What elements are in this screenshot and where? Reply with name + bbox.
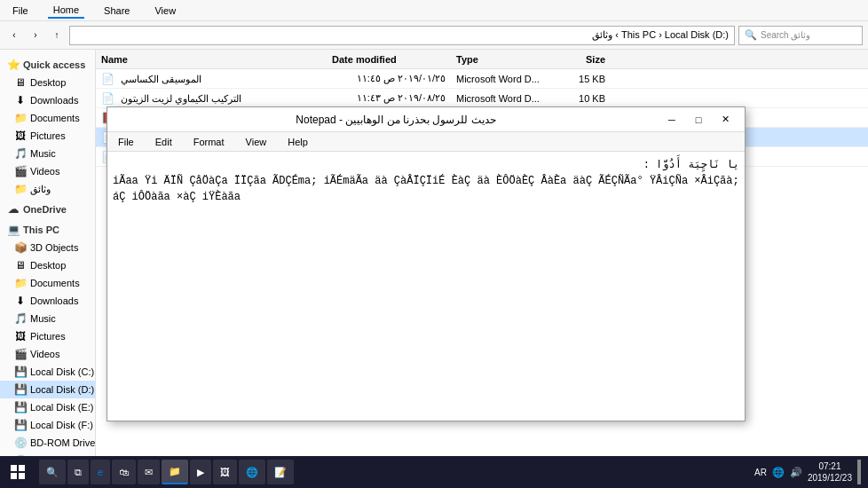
sidebar-this-pc[interactable]: 💻 This PC <box>0 218 95 239</box>
videos-icon: 🎬 <box>14 165 27 177</box>
address-path[interactable]: This PC › Local Disk (D:) › وثائق <box>69 26 735 45</box>
taskbar-explorer[interactable]: 📁 <box>162 460 188 484</box>
address-bar: ‹ › ↑ This PC › Local Disk (D:) › وثائق … <box>0 21 868 50</box>
sidebar-item-videos1[interactable]: 🎬 Videos <box>0 162 95 180</box>
ribbon-tab-file[interactable]: File <box>7 4 34 18</box>
minimize-button[interactable]: ─ <box>659 111 684 129</box>
chrome-icon: 🌐 <box>246 467 258 478</box>
3d-icon: 📦 <box>14 241 27 254</box>
pictures-icon: 🖼 <box>14 130 27 142</box>
file-type: Microsoft Word D... <box>451 74 557 84</box>
sidebar-downloads2[interactable]: ⬇ Downloads <box>0 292 95 310</box>
search-placeholder: Search وثائق <box>761 30 810 40</box>
sidebar-onedrive[interactable]: ☁ OneDrive <box>0 198 95 218</box>
sidebar-local-e[interactable]: 💾 Local Disk (E:) <box>0 398 95 416</box>
taskbar-task-view[interactable]: ⧉ <box>67 460 89 484</box>
sidebar-music2[interactable]: 🎵 Music <box>0 310 95 327</box>
taskbar: 🔍 ⧉ e 🛍 ✉ 📁 ▶ 🖼 🌐 📝 AR 🌐 � <box>0 456 868 488</box>
store-icon: 🛍 <box>119 467 129 477</box>
up-button[interactable]: ↑ <box>48 27 66 44</box>
taskbar-chrome[interactable]: 🌐 <box>239 460 265 484</box>
menu-file[interactable]: File <box>114 135 138 149</box>
maximize-button[interactable]: □ <box>686 111 711 129</box>
folder-wathaeq-icon: 📁 <box>14 183 27 195</box>
disk-d-icon: 💾 <box>14 383 27 396</box>
music2-icon: 🎵 <box>14 312 27 325</box>
disk-e-icon: 💾 <box>14 401 27 413</box>
notepad-line2: iÃaa Ÿi ÄÏÑ ÇåÖàÇa ÏÏÇãa ÃDÇÉma; iÃÉmäÃa… <box>113 173 739 205</box>
sidebar-local-f[interactable]: 💾 Local Disk (F:) <box>0 416 95 434</box>
file-date: ٢٠١٩/٠٨/٢٥ ص ١١:٤٣ <box>327 92 451 104</box>
folder-taskbar-icon: 📁 <box>169 466 181 477</box>
sidebar-item-desktop1[interactable]: 🖥 Desktop <box>0 74 95 91</box>
taskbar-mail[interactable]: ✉ <box>138 460 160 484</box>
tray-volume-icon[interactable]: 🔊 <box>790 467 802 478</box>
videos2-icon: 🎬 <box>14 348 27 360</box>
file-date: ٢٠١٩/٠١/٢٥ ص ١١:٤٥ <box>327 73 451 84</box>
sidebar-documents2[interactable]: 📁 Documents <box>0 274 95 292</box>
word-doc-icon2: 📄 <box>101 92 114 105</box>
file-row[interactable]: 📄 التركيب الكيماوي لزيت الزيتون ٢٠١٩/٠٨/… <box>96 89 868 108</box>
notepad-menu: File Edit Format View Help <box>107 132 745 152</box>
sidebar-pictures2[interactable]: 🖼 Pictures <box>0 327 95 345</box>
tray-network-icon[interactable]: 🌐 <box>772 467 785 478</box>
sidebar-item-wathaeq[interactable]: 📁 وثائق <box>0 180 95 198</box>
sidebar-item-music1[interactable]: 🎵 Music <box>0 145 95 162</box>
back-button[interactable]: ‹ <box>5 27 23 44</box>
disk-f-icon: 💾 <box>14 419 27 431</box>
bdrom-i-icon: 💿 <box>14 437 27 449</box>
music-icon: 🎵 <box>14 147 27 160</box>
ribbon-tab-share[interactable]: Share <box>99 4 135 18</box>
notepad-window: ✕ □ ─ حديث للرسول بحذرنا من الوهابيين - … <box>107 106 746 421</box>
taskbar-edge[interactable]: e <box>91 460 110 484</box>
documents2-icon: 📁 <box>14 277 27 289</box>
sidebar-3d-objects[interactable]: 📦 3D Objects <box>0 239 95 256</box>
taskbar-search[interactable]: 🔍 <box>39 460 66 484</box>
show-desktop[interactable] <box>857 460 861 484</box>
sidebar-local-c[interactable]: 💾 Local Disk (C:) <box>0 363 95 381</box>
sidebar-videos2[interactable]: 🎬 Videos <box>0 345 95 363</box>
col-header-size[interactable]: Size <box>557 54 611 65</box>
close-button[interactable]: ✕ <box>713 111 738 129</box>
svg-rect-1 <box>19 465 25 471</box>
tray-clock[interactable]: 07:21 2019/12/23 <box>808 460 852 484</box>
star-icon: ⭐ <box>7 59 20 71</box>
menu-view[interactable]: View <box>242 135 271 149</box>
task-view-icon: ⧉ <box>75 467 82 478</box>
taskbar-notepad[interactable]: 📝 <box>267 460 294 484</box>
search-box[interactable]: 🔍 Search وثائق <box>738 26 863 45</box>
file-row[interactable]: 📄 الموسيقى الكساسي ٢٠١٩/٠١/٢٥ ص ١١:٤٥ Mi… <box>96 69 868 89</box>
sidebar-quick-access[interactable]: ⭐ Quick access <box>0 53 95 74</box>
sidebar-local-d[interactable]: 💾 Local Disk (D:) <box>0 381 95 398</box>
file-name: 📄 الموسيقى الكساسي <box>96 73 327 85</box>
col-header-type[interactable]: Type <box>451 54 557 65</box>
notepad-content[interactable]: يا نَاڇِيَة أَدُوَّا : iÃaa Ÿi ÄÏÑ ÇåÖàÇ… <box>107 152 745 421</box>
col-header-name[interactable]: Name <box>96 54 327 65</box>
col-header-date[interactable]: Date modified <box>327 54 451 65</box>
window-controls: ✕ □ ─ <box>659 111 738 129</box>
downloads-icon: ⬇ <box>14 94 27 106</box>
svg-rect-3 <box>19 473 25 479</box>
sidebar-bdrom-i[interactable]: 💿 BD-ROM Drive (I: <box>0 434 95 452</box>
start-button[interactable] <box>0 456 36 488</box>
media-icon: ▶ <box>197 467 204 478</box>
file-list-header: Name Date modified Type Size <box>96 50 868 69</box>
word-doc-icon: 📄 <box>101 73 114 85</box>
tray-lang[interactable]: AR <box>754 468 767 477</box>
sidebar-item-downloads1[interactable]: ⬇ Downloads <box>0 91 95 109</box>
menu-help[interactable]: Help <box>284 135 312 149</box>
taskbar-items: 🔍 ⧉ e 🛍 ✉ 📁 ▶ 🖼 🌐 📝 <box>36 460 747 484</box>
taskbar-tray: AR 🌐 🔊 07:21 2019/12/23 <box>747 460 868 484</box>
ribbon-tab-home[interactable]: Home <box>48 3 84 19</box>
sidebar-item-documents1[interactable]: 📁 Documents <box>0 109 95 127</box>
ribbon-tab-view[interactable]: View <box>149 4 181 18</box>
sidebar-item-pictures1[interactable]: 🖼 Pictures <box>0 127 95 145</box>
taskbar-photos[interactable]: 🖼 <box>213 460 237 484</box>
menu-edit[interactable]: Edit <box>152 135 176 149</box>
notepad-title-bar: ✕ □ ─ حديث للرسول بحذرنا من الوهابيين - … <box>107 107 745 132</box>
forward-button[interactable]: › <box>27 27 44 44</box>
taskbar-store[interactable]: 🛍 <box>112 460 136 484</box>
taskbar-media[interactable]: ▶ <box>190 460 211 484</box>
menu-format[interactable]: Format <box>190 135 228 149</box>
sidebar-desktop2[interactable]: 🖥 Desktop <box>0 256 95 274</box>
